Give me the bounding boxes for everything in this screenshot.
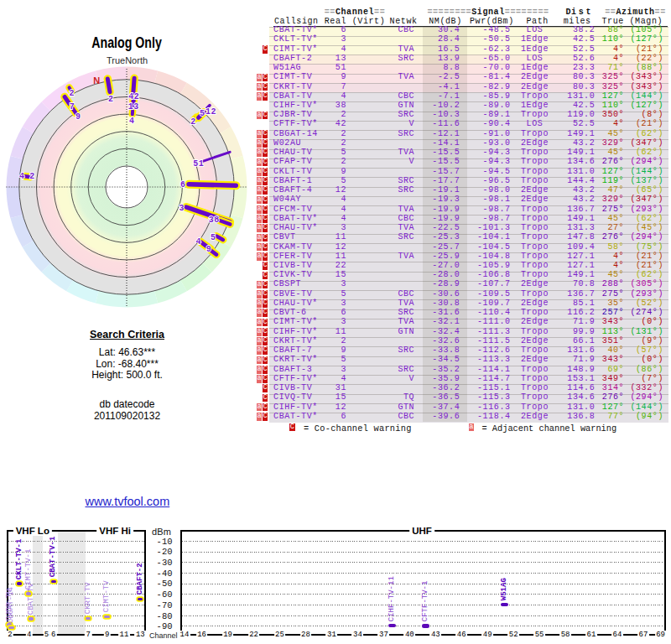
svg-text:6: 6 bbox=[180, 180, 186, 190]
svg-text:51: 51 bbox=[193, 159, 204, 169]
svg-text:2: 2 bbox=[190, 117, 196, 127]
svg-text:5: 5 bbox=[211, 233, 216, 242]
svg-text:7: 7 bbox=[70, 102, 75, 112]
svg-text:13: 13 bbox=[128, 102, 139, 112]
svg-text:9: 9 bbox=[75, 112, 81, 122]
svg-text:4: 4 bbox=[19, 172, 25, 181]
svg-text:3: 3 bbox=[179, 204, 185, 213]
svg-text:N: N bbox=[93, 75, 101, 86]
svg-text:38: 38 bbox=[209, 216, 220, 225]
svg-text:42: 42 bbox=[128, 92, 139, 101]
svg-text:9: 9 bbox=[206, 245, 212, 254]
svg-text:4: 4 bbox=[196, 237, 202, 247]
svg-text:2: 2 bbox=[70, 89, 75, 98]
svg-text:12: 12 bbox=[205, 107, 216, 117]
svg-text:4: 4 bbox=[129, 117, 135, 126]
svg-text:2: 2 bbox=[108, 95, 114, 104]
svg-text:2: 2 bbox=[29, 172, 35, 181]
svg-text:5: 5 bbox=[200, 109, 205, 118]
